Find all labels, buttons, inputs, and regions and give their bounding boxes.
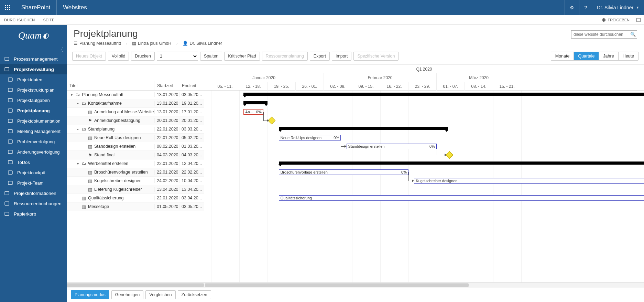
milestone-marker[interactable] bbox=[446, 151, 454, 159]
user-menu[interactable]: Dr. Silvia Lindner▼ bbox=[592, 0, 644, 15]
table-row[interactable]: ▥Lieferung Kugelschreiber13.04.202013.04… bbox=[67, 185, 204, 194]
print-button[interactable]: Drucken bbox=[131, 52, 155, 61]
table-row[interactable]: ▥Broschürenvorlage erstellen22.01.202022… bbox=[67, 168, 204, 177]
row-title: Lieferung Kugelschreiber bbox=[94, 187, 142, 192]
expand-toggle[interactable]: ▾ bbox=[76, 102, 80, 105]
columns-button[interactable]: Spalten bbox=[200, 52, 222, 61]
row-end: 03.05.20... bbox=[179, 204, 204, 209]
nav-item-projektdokumentation[interactable]: Projektdokumentation bbox=[0, 116, 67, 126]
compare-button[interactable]: Vergleichen bbox=[145, 290, 175, 299]
scale-months[interactable]: Monate bbox=[551, 52, 574, 60]
app-launcher-button[interactable] bbox=[0, 0, 15, 15]
summary-bar[interactable] bbox=[279, 162, 644, 165]
scale-years[interactable]: Jahre bbox=[599, 52, 618, 60]
summary-bar[interactable] bbox=[243, 101, 268, 104]
task-bar[interactable]: Kugelschreiber designen bbox=[414, 178, 644, 184]
expand-toggle[interactable]: ▾ bbox=[76, 162, 80, 166]
row-type-icon: ⚑ bbox=[88, 118, 92, 123]
table-row[interactable]: ⚑Stand final04.03.202004.03.20... bbox=[67, 151, 204, 159]
settings-button[interactable]: ⚙ bbox=[565, 0, 579, 15]
approve-button[interactable]: Genehmigen bbox=[111, 290, 144, 299]
zoom-select[interactable]: 1 bbox=[157, 52, 198, 61]
svg-rect-11 bbox=[5, 57, 9, 61]
nav-item-todos[interactable]: ToDos bbox=[0, 157, 67, 167]
nav-item-projektinformationen[interactable]: Projektinformationen bbox=[0, 188, 67, 198]
table-row[interactable]: ▥Messetage01.05.202003.05.20... bbox=[67, 202, 204, 211]
nav-item--nderungsverfolgung[interactable]: Änderungsverfolgung bbox=[0, 147, 67, 157]
nav-item-projektplanung[interactable]: Projektplanung bbox=[0, 105, 67, 116]
table-row[interactable]: ▥Neue Roll-Ups designen22.01.202005.02.2… bbox=[67, 134, 204, 142]
import-button[interactable]: Import bbox=[332, 52, 351, 61]
table-row[interactable]: ▥Standdesign erstellen08.02.202001.03.20… bbox=[67, 142, 204, 151]
table-row[interactable]: ▥Kugelschreiber designen24.02.202010.04.… bbox=[67, 177, 204, 185]
share-button[interactable]: FREIGEBEN bbox=[598, 18, 633, 22]
scale-today[interactable]: Heute bbox=[619, 52, 638, 60]
svg-rect-12 bbox=[5, 67, 9, 71]
svg-rect-10 bbox=[637, 18, 640, 21]
table-row[interactable]: ▾🗂Kontaktaufnahme13.01.202019.01.20... bbox=[67, 99, 204, 108]
grid-header: Titel Startzeit Endzeit bbox=[67, 65, 204, 91]
websites-label[interactable]: Websites bbox=[57, 0, 93, 15]
milestone-marker[interactable] bbox=[268, 117, 276, 125]
table-row[interactable]: ▥Qualitätssicherung22.01.202003.04.20... bbox=[67, 194, 204, 202]
row-title: Planung Messeauftritt bbox=[82, 92, 123, 97]
nav-item-projektverwaltung[interactable]: Projektverwaltung bbox=[0, 64, 67, 74]
planning-mode-button[interactable]: Planungsmodus bbox=[71, 290, 109, 299]
timeline-hscroll[interactable] bbox=[204, 282, 644, 287]
col-title[interactable]: Titel bbox=[67, 81, 154, 90]
nav-item-projektcockpit[interactable]: Projektcockpit bbox=[0, 167, 67, 178]
table-row[interactable]: ▾🗂Planung Messeauftritt13.01.202003.05.2… bbox=[67, 91, 204, 99]
sharepoint-label[interactable]: SharePoint bbox=[15, 0, 57, 15]
row-end: 20.01.20... bbox=[179, 118, 204, 123]
search-input[interactable] bbox=[571, 30, 637, 39]
nav-item-meeting-management[interactable]: Meeting Management bbox=[0, 126, 67, 136]
nav-collapse-button[interactable]: 〈 bbox=[0, 46, 67, 54]
expand-toggle[interactable]: ▾ bbox=[69, 93, 74, 97]
crumb-user[interactable]: 👤Dr. Silvia Lindner bbox=[183, 41, 222, 46]
crumb-project[interactable]: ☰Planung Messeauftritt bbox=[74, 41, 121, 46]
nav-item-projektstrukturplan[interactable]: Projektstrukturplan bbox=[0, 85, 67, 95]
task-bar[interactable]: Standdesign erstellen0% bbox=[347, 144, 437, 149]
nav-item-ressourcenbuchungen[interactable]: Ressourcenbuchungen bbox=[0, 198, 67, 209]
table-row[interactable]: ⚑Anmeldungsbestätigung20.01.202020.01.20… bbox=[67, 116, 204, 125]
nav-item-projektaufgaben[interactable]: Projektaufgaben bbox=[0, 95, 67, 105]
task-bar[interactable]: Neue Roll-Ups designen0% bbox=[279, 135, 341, 140]
task-bar[interactable]: Qualitätssicherung bbox=[279, 195, 644, 201]
row-start: 13.01.2020 bbox=[154, 101, 179, 106]
svg-rect-17 bbox=[8, 119, 12, 123]
col-end[interactable]: Endzeit bbox=[179, 81, 204, 90]
row-type-icon: 🗂 bbox=[81, 101, 86, 105]
summary-bar[interactable] bbox=[279, 127, 448, 130]
svg-rect-18 bbox=[8, 129, 12, 133]
expand-toggle[interactable]: ▾ bbox=[76, 127, 80, 131]
nav-item-projekt-team[interactable]: Projekt-Team bbox=[0, 178, 67, 188]
fullscreen-button[interactable]: Vollbild bbox=[108, 52, 129, 61]
task-bar[interactable]: Broschürenvorlage erstellen0% bbox=[279, 169, 408, 175]
crumb-org[interactable]: ▦Lintra plus GmbH bbox=[132, 41, 171, 46]
task-bar[interactable]: An...0% bbox=[243, 109, 263, 115]
scale-quarters[interactable]: Quartale bbox=[574, 52, 599, 60]
summary-bar[interactable] bbox=[243, 93, 644, 96]
export-button[interactable]: Export bbox=[310, 52, 330, 61]
nav-icon bbox=[7, 139, 14, 144]
grid-hscroll[interactable] bbox=[67, 282, 204, 287]
focus-button[interactable] bbox=[633, 18, 644, 22]
week-cell: 15. - 21. bbox=[493, 82, 521, 91]
nav-item-prozessmanagement[interactable]: Prozessmanagement bbox=[0, 54, 67, 64]
timeline-body[interactable]: An...0%Neue Roll-Ups designen0%Standdesi… bbox=[204, 91, 644, 282]
nav-item-papierkorb[interactable]: Papierkorb bbox=[0, 209, 67, 219]
nav-item-problemverfolgung[interactable]: Problemverfolgung bbox=[0, 136, 67, 147]
col-start[interactable]: Startzeit bbox=[154, 81, 179, 90]
search-icon[interactable]: 🔍 bbox=[630, 32, 636, 37]
table-row[interactable]: ▾🗂Standplanung22.01.202003.03.20... bbox=[67, 125, 204, 134]
nav-item-projektdaten[interactable]: Projektdaten bbox=[0, 74, 67, 85]
critical-path-button[interactable]: Kritischer Pfad bbox=[224, 52, 260, 61]
ribbon-tab-page[interactable]: SEITE bbox=[39, 18, 58, 22]
gear-icon: ⚙ bbox=[570, 5, 574, 10]
month-cell: März 2020 bbox=[437, 73, 521, 82]
help-button[interactable]: ? bbox=[579, 0, 592, 15]
ribbon-tab-browse[interactable]: DURCHSUCHEN bbox=[0, 18, 39, 22]
table-row[interactable]: ▥Anmeldung auf Messe-Website13.01.202017… bbox=[67, 108, 204, 116]
reset-button[interactable]: Zurücksetzen bbox=[178, 290, 211, 299]
table-row[interactable]: ▾🗂Werbemittel erstellen22.01.202012.04.2… bbox=[67, 159, 204, 168]
